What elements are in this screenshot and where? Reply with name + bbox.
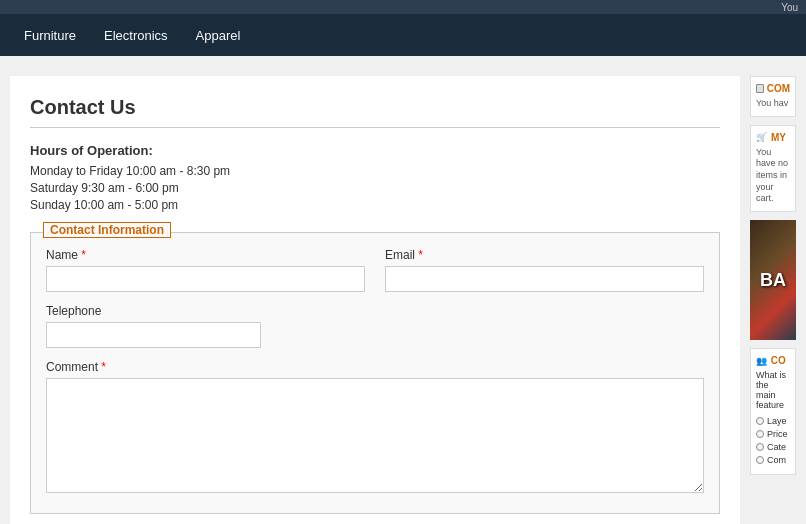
contact-info-legend: Contact Information [43,222,171,238]
top-bar-user: You [781,2,798,13]
name-group: Name * [46,248,365,292]
page-title: Contact Us [30,96,720,128]
comment-label: Comment * [46,360,704,374]
contact-info-fieldset: Contact Information Name * Email * [30,232,720,514]
name-email-row: Name * Email * [46,248,704,292]
sidebar-image-inner: BA [750,220,796,340]
email-label: Email * [385,248,704,262]
poll-option-0: Laye [756,416,790,426]
sidebar-compare-title: COM [756,83,790,94]
name-label: Name * [46,248,365,262]
sidebar-compare-block: COM You hav [750,76,796,117]
sidebar-poll-block: 👥 CO What is the main feature Laye Price… [750,348,796,475]
telephone-group: Telephone [46,304,261,348]
people-icon: 👥 [756,356,768,366]
name-required-star: * [81,248,86,262]
poll-title: 👥 CO [756,355,790,366]
poll-radio-1[interactable] [756,430,764,438]
telephone-input[interactable] [46,322,261,348]
email-required-star: * [418,248,423,262]
telephone-label: Telephone [46,304,261,318]
hours-heading: Hours of Operation: [30,143,720,158]
top-bar: You [0,0,806,14]
poll-option-1: Price [756,429,790,439]
sidebar-compare-text: You hav [756,98,790,110]
nav-apparel[interactable]: Apparel [182,14,255,56]
content-area: Contact Us Hours of Operation: Monday to… [10,76,740,524]
email-input[interactable] [385,266,704,292]
poll-radio-3[interactable] [756,456,764,464]
poll-option-3: Com [756,455,790,465]
hours-monday: Monday to Friday 10:00 am - 8:30 pm [30,164,720,178]
navigation-bar: Furniture Electronics Apparel [0,14,806,56]
name-input[interactable] [46,266,365,292]
poll-question: What is the main feature [756,370,790,410]
comment-required-star: * [101,360,106,374]
main-layout: Contact Us Hours of Operation: Monday to… [0,56,806,524]
sidebar: COM You hav 🛒 MY You have no items in yo… [750,76,796,475]
sidebar-cart-title: 🛒 MY [756,132,790,143]
poll-option-2: Cate [756,442,790,452]
sidebar-cart-text: You have no items in your cart. [756,147,790,205]
sidebar-image-block: BA [750,220,796,340]
comment-textarea[interactable] [46,378,704,493]
monitor-icon [756,84,764,93]
sidebar-image-text: BA [760,270,786,291]
comment-group: Comment * [46,360,704,493]
sidebar-cart-block: 🛒 MY You have no items in your cart. [750,125,796,212]
email-group: Email * [385,248,704,292]
poll-radio-0[interactable] [756,417,764,425]
cart-icon: 🛒 [756,132,768,142]
poll-radio-2[interactable] [756,443,764,451]
hours-sunday: Sunday 10:00 am - 5:00 pm [30,198,720,212]
hours-saturday: Saturday 9:30 am - 6:00 pm [30,181,720,195]
nav-furniture[interactable]: Furniture [10,14,90,56]
nav-electronics[interactable]: Electronics [90,14,182,56]
